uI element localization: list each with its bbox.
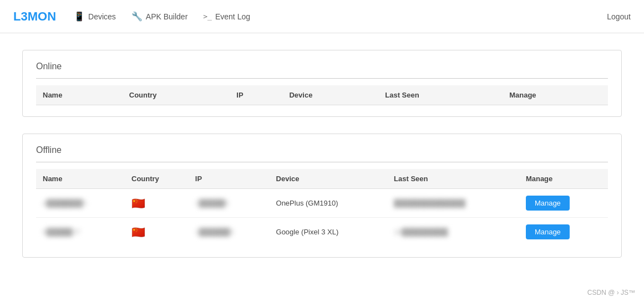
offline-header-row: Name Country IP Device Last Seen Manage (36, 169, 608, 189)
online-divider (36, 78, 608, 79)
offline-title: Offline (36, 145, 608, 155)
cell-country: 🇨🇳 (125, 189, 189, 218)
nav-devices-label: Devices (88, 12, 116, 21)
offline-col-ip: IP (189, 169, 270, 189)
cell-ip: 1██████5 (189, 218, 270, 247)
online-col-ip: IP (230, 85, 282, 105)
online-header-row: Name Country IP Device Last Seen Manage (36, 85, 608, 105)
online-section: Online Name Country IP Device Last Seen … (22, 50, 622, 117)
nav-apk-builder[interactable]: 🔧 APK Builder (131, 11, 187, 22)
apk-icon: 🔧 (131, 11, 143, 22)
main-content: Online Name Country IP Device Last Seen … (0, 33, 644, 291)
online-col-country: Country (123, 85, 230, 105)
online-table: Name Country IP Device Last Seen Manage (36, 85, 608, 105)
brand-prefix: L3 (13, 9, 28, 23)
offline-col-device: Device (270, 169, 388, 189)
cell-name: 8█████37 (36, 218, 125, 247)
offline-col-lastseen: Last Seen (387, 169, 519, 189)
table-row: d███████5🇨🇳1█████6OnePlus (GM1910)██████… (36, 189, 608, 218)
offline-table-body: d███████5🇨🇳1█████6OnePlus (GM1910)██████… (36, 189, 608, 247)
offline-divider (36, 162, 608, 162)
cell-manage[interactable]: Manage (519, 189, 608, 218)
cell-device: OnePlus (GM1910) (270, 189, 388, 218)
nav-devices[interactable]: 📱 Devices (74, 11, 116, 22)
offline-col-name: Name (36, 169, 125, 189)
offline-col-manage: Manage (519, 169, 608, 189)
cell-device: Google (Pixel 3 XL) (270, 218, 388, 247)
cell-manage[interactable]: Manage (519, 218, 608, 247)
cell-country: 🇨🇳 (125, 218, 189, 247)
online-title: Online (36, 62, 608, 71)
brand-logo[interactable]: L3MON (13, 9, 56, 24)
nav-links: 📱 Devices 🔧 APK Builder >_ Event Log (74, 11, 607, 22)
nav-event-log[interactable]: >_ Event Log (203, 12, 250, 21)
logout-button[interactable]: Logout (607, 12, 631, 21)
offline-section: Offline Name Country IP Device Last Seen… (22, 134, 622, 258)
manage-button[interactable]: Manage (526, 196, 570, 211)
brand-suffix: MON (28, 9, 56, 23)
offline-col-country: Country (125, 169, 189, 189)
online-col-name: Name (36, 85, 123, 105)
navbar: L3MON 📱 Devices 🔧 APK Builder >_ Event L… (0, 0, 644, 33)
cell-ip: 1█████6 (189, 189, 270, 218)
online-col-lastseen: Last Seen (378, 85, 503, 105)
nav-apk-label: APK Builder (146, 12, 187, 21)
table-row: 8█████37🇨🇳1██████5Google (Pixel 3 XL)18█… (36, 218, 608, 247)
devices-icon: 📱 (74, 11, 85, 22)
footer: Made with ❤ By D3VL (0, 291, 644, 302)
online-col-device: Device (282, 85, 378, 105)
offline-table: Name Country IP Device Last Seen Manage … (36, 169, 608, 246)
nav-eventlog-label: Event Log (215, 12, 250, 21)
manage-button[interactable]: Manage (526, 224, 570, 239)
eventlog-icon: >_ (203, 12, 212, 21)
cell-lastseen: 18█████████ (387, 218, 519, 247)
offline-table-head: Name Country IP Device Last Seen Manage (36, 169, 608, 189)
watermark: CSDN @ › JS™ (587, 289, 635, 296)
cell-name: d███████5 (36, 189, 125, 218)
online-table-head: Name Country IP Device Last Seen Manage (36, 85, 608, 105)
cell-lastseen: ██████████████ (387, 189, 519, 218)
online-col-manage: Manage (503, 85, 608, 105)
